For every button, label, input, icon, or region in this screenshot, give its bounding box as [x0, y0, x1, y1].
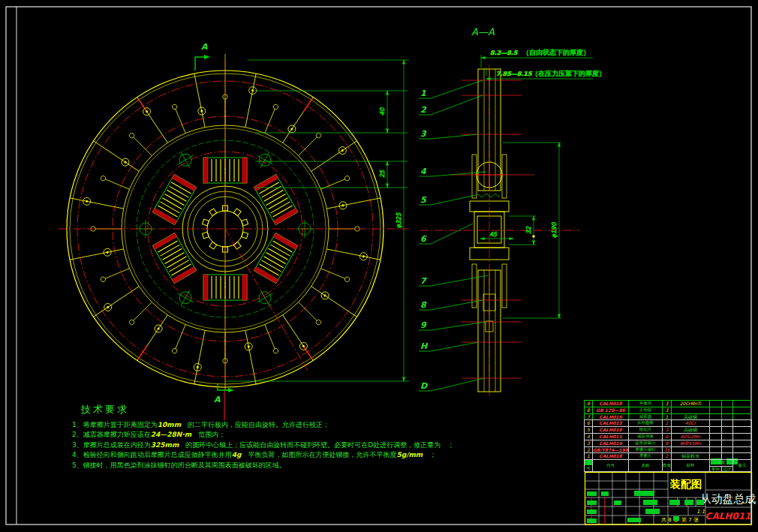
front-view	[59, 54, 411, 420]
balloon-1: 1	[420, 89, 426, 98]
sheet-number: 第 7 张	[681, 517, 699, 523]
tech-line-3: 3、摩擦片总成装在内径为325mm 的圆环中心轴上；应该能自由旋转而不碰到环壁。…	[72, 440, 504, 450]
table-row: 4CALH011减振弹簧660Si2Mn	[584, 433, 752, 440]
table-row: 5CALH010阻尼片3高碳钢	[584, 426, 752, 433]
balloon-7: 7	[420, 276, 427, 286]
table-row: 6CALH013从动盘毂140Cr	[584, 419, 752, 426]
dim-hub-32: 32	[525, 226, 532, 234]
table-row: 2GB/T874—1986摩擦片铆钉35	[584, 446, 752, 453]
section-view: A—A	[420, 26, 579, 396]
tech-line-2: 2、减震器摩擦力矩应该在24—28N·m 范围内；	[72, 430, 504, 440]
dim-front-25: 25	[379, 170, 386, 178]
table-row: 7CALH016减振盘1高碳钢	[584, 413, 752, 420]
scale-value: 1:1	[696, 509, 705, 515]
dim-hub-phi190: φ190	[551, 222, 558, 238]
dim-thickness-pressed-note: （在压力压紧下的厚度）	[531, 70, 606, 77]
balloon-3: 3	[420, 129, 427, 139]
cut-marker-top-label: A	[201, 42, 208, 52]
cad-drawing-screenshot: { "colors": { "line_green": "#00cc00", "…	[0, 0, 758, 532]
drawing-number: CALH011	[705, 511, 751, 521]
balloon-6: 6	[420, 234, 427, 244]
dim-thickness-free-note: （自由状态下的厚度）	[522, 49, 590, 56]
bom-table: 9CALH018平衡块320CrMnTi 8GB 120—86止动销3 7CAL…	[584, 400, 752, 472]
dim-hub-45: 45	[489, 231, 498, 238]
table-row: 1CALH018摩擦片2铜基粉末	[584, 452, 752, 459]
technical-requirements: 技术要求 1、将摩擦片置于距离固定为10mm 的二平行板内，应能自由旋转。允许进…	[72, 403, 504, 470]
table-row: 9CALH018平衡块320CrMnTi	[584, 400, 752, 407]
table-row: 8GB 120—86止动销3	[584, 407, 752, 413]
tech-line-4: 4、检验径向和侧向跳动后摩擦片总成应做静平衡并用4g 平衡负荷，如图所示在方便处…	[72, 450, 504, 460]
balloon-2: 2	[420, 105, 427, 115]
part-name-label: 从动盘总成	[700, 492, 756, 506]
dim-front-40: 40	[379, 107, 386, 116]
front-view-dimensions: 40 25 φ325	[225, 60, 409, 381]
balloon-9: 9	[420, 320, 427, 330]
tech-line-1: 1、将摩擦片置于距离固定为10mm 的二平行板内，应能自由旋转。允许进行校正；	[72, 420, 504, 430]
dim-thickness-free: 8.2—8.5	[490, 50, 519, 56]
bom-header-weight: 重量 单件总计	[710, 460, 733, 471]
dim-front-phi325: φ325	[396, 212, 402, 228]
tech-line-5: 5、铆接时，用黑色染剂涂抹铆钉的闭合断及其周围表面被破坏的区域。	[72, 461, 504, 470]
bom-header-row: 序号 代号 名称 数量 材料 重量 单件总计 备注	[584, 459, 752, 472]
tech-requirements-title: 技术要求	[81, 403, 504, 416]
balloon-8: 8	[420, 300, 427, 310]
doc-type-label: 装配图	[669, 478, 702, 490]
table-row: 3CALH014波形弹簧片8钢带65Mn	[584, 440, 752, 446]
dim-thickness-pressed: 7.85—8.15	[496, 71, 533, 77]
balloon-4: 4	[420, 167, 427, 176]
balloon-5: 5	[420, 195, 427, 205]
balloon-H: H	[420, 341, 429, 351]
section-view-label: A—A	[471, 26, 495, 38]
balloon-D: D	[420, 381, 428, 391]
